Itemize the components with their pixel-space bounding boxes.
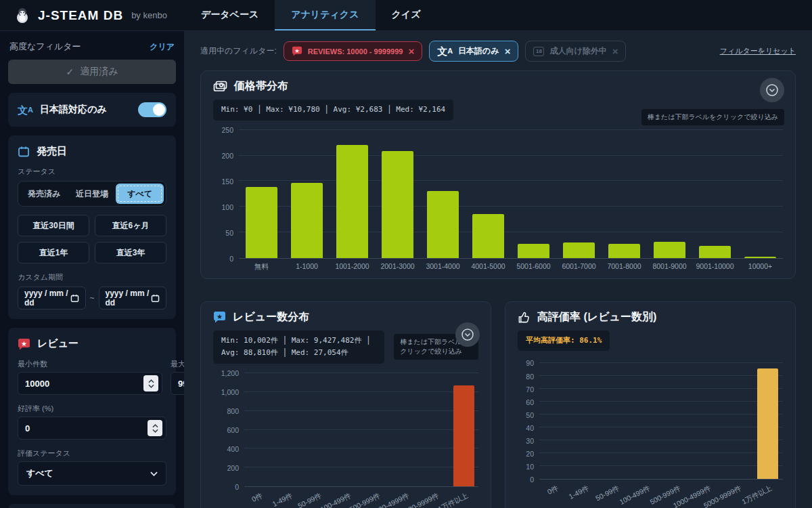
x-axis-label[interactable]: 8001-9000: [652, 262, 686, 270]
filter-chip-japanese[interactable]: 文A 日本語のみ ×: [429, 41, 518, 62]
rating-status-select[interactable]: すべて: [18, 461, 166, 486]
x-axis-label[interactable]: 5001-6000: [516, 262, 550, 270]
bar[interactable]: [472, 214, 504, 258]
tab-database[interactable]: データベース: [185, 0, 275, 30]
bar[interactable]: [699, 246, 731, 258]
x-axis-label[interactable]: 7001-8000: [607, 262, 641, 270]
bar-slot: [244, 373, 273, 486]
x-label-cell: 無料: [239, 262, 284, 272]
bar[interactable]: [427, 191, 459, 258]
collapse-chart-button[interactable]: [760, 78, 784, 102]
mascot-logo-icon: [14, 7, 31, 24]
bar-slot: [375, 130, 420, 258]
max-review-count-input[interactable]: [178, 379, 184, 389]
x-axis-label[interactable]: 3001-4000: [426, 262, 459, 270]
range-3years-button[interactable]: 直近3年: [95, 242, 166, 263]
status-option-all[interactable]: すべて: [116, 184, 164, 204]
remove-filter-icon[interactable]: ×: [408, 46, 414, 56]
y-tick-label: 0: [530, 475, 534, 484]
age-18-icon: 18: [533, 47, 544, 56]
x-axis-label[interactable]: 6001-7000: [562, 262, 595, 270]
status-option-released[interactable]: 発売済み: [20, 184, 68, 204]
bar[interactable]: [518, 244, 549, 257]
rating-by-reviews-card: 高評価率 (レビュー数別) 平均高評価率: 86.1% 010203040506…: [505, 301, 796, 508]
status-option-upcoming[interactable]: 近日登場: [68, 184, 116, 204]
reset-filters-link[interactable]: フィルターをリセット: [720, 46, 796, 56]
bar[interactable]: [563, 242, 595, 258]
apply-filters-button[interactable]: ✓ 適用済み: [8, 60, 176, 84]
x-axis-label[interactable]: 無料: [254, 262, 269, 270]
y-tick-label: 20: [526, 450, 534, 458]
y-axis: 02004006008001,0001,200: [213, 373, 244, 487]
positive-rate-input[interactable]: [25, 423, 148, 433]
nav-tabs: データベース アナリティクス クイズ: [185, 0, 437, 30]
plot-area: [539, 363, 783, 480]
review-bubble-star-icon: ★: [18, 338, 30, 350]
date-to-input[interactable]: yyyy / mm / dd: [99, 287, 167, 310]
remove-filter-icon[interactable]: ×: [612, 46, 618, 56]
bar[interactable]: [246, 187, 277, 258]
review-section-title: レビュー: [37, 337, 78, 350]
range-30days-button[interactable]: 直近30日間: [18, 215, 89, 236]
bar[interactable]: [608, 244, 640, 258]
bar-slot: [511, 130, 556, 258]
filter-chip-reviews[interactable]: ★ REVIEWS: 10000 - 9999999 ×: [284, 41, 422, 61]
x-axis-label[interactable]: 4001-5000: [471, 262, 505, 270]
bar[interactable]: [654, 242, 685, 258]
x-axis-label[interactable]: 1-49件: [568, 484, 591, 502]
plot-area: [239, 130, 783, 259]
price-filter-card[interactable]: 価格帯 ¥ - ¥+: [8, 504, 176, 508]
active-filters-label: 適用中のフィルター:: [200, 45, 277, 57]
review-stats: Min: 10,002件 │ Max: 9,427,482件 │ Avg: 88…: [213, 331, 384, 364]
x-axis-label[interactable]: 2001-3000: [380, 262, 414, 270]
bar[interactable]: [744, 257, 776, 258]
clear-filters-link[interactable]: クリア: [150, 41, 175, 53]
x-label-cell: 1万件以上: [752, 480, 783, 508]
y-tick-label: 80: [526, 373, 534, 381]
stepper-icon[interactable]: [148, 420, 162, 436]
bar-slot: [752, 363, 783, 479]
x-axis-label[interactable]: 9001-10000: [696, 262, 734, 270]
date-from-input[interactable]: yyyy / mm / dd: [18, 287, 86, 310]
analytics-main: 適用中のフィルター: ★ REVIEWS: 10000 - 9999999 × …: [184, 31, 812, 508]
x-axis-label[interactable]: 1001-2000: [335, 262, 369, 270]
filter-chip-adult-excluded[interactable]: 18 成人向け除外中 ×: [525, 41, 626, 62]
svg-text:★: ★: [21, 339, 27, 347]
bar[interactable]: [291, 183, 323, 257]
y-axis: 050100150200250: [213, 130, 239, 259]
x-axis-label[interactable]: 1-49件: [271, 491, 294, 508]
x-axis-label[interactable]: 0件: [546, 484, 560, 497]
calendar-icon[interactable]: [70, 294, 79, 303]
tab-quiz[interactable]: クイズ: [376, 0, 437, 30]
remove-filter-icon[interactable]: ×: [505, 46, 511, 56]
plot-area: [244, 373, 478, 487]
date-range-separator: ~: [90, 293, 95, 303]
x-axis-labels: 無料1-10001001-20002001-30003001-40004001-…: [239, 262, 783, 272]
bar[interactable]: [453, 385, 474, 486]
bar-slot: [284, 130, 330, 258]
svg-text:★: ★: [217, 313, 223, 320]
x-axis-label[interactable]: 1-1000: [296, 262, 318, 270]
bar-slot: [273, 373, 302, 486]
range-6months-button[interactable]: 直近6ヶ月: [95, 215, 166, 236]
bar-slot: [556, 130, 602, 258]
japanese-only-toggle[interactable]: [138, 102, 166, 117]
calendar-icon[interactable]: [151, 294, 160, 303]
bar[interactable]: [757, 368, 779, 479]
bar-slot: [661, 363, 692, 479]
range-1year-button[interactable]: 直近1年: [18, 242, 89, 263]
tab-analytics[interactable]: アナリティクス: [275, 0, 375, 30]
x-axis-label[interactable]: 0件: [250, 491, 265, 505]
bar-slot: [692, 130, 738, 258]
status-label: ステータス: [18, 167, 166, 177]
bar[interactable]: [382, 151, 413, 258]
stepper-icon[interactable]: [143, 375, 158, 391]
bar-slot: [602, 130, 647, 258]
min-review-count-input[interactable]: [25, 379, 143, 389]
x-axis-label[interactable]: 10000+: [748, 262, 772, 270]
collapse-chart-button[interactable]: [455, 322, 480, 347]
sidebar-title: 高度なフィルター: [9, 41, 81, 53]
bar[interactable]: [336, 145, 368, 258]
chevron-down-icon: [150, 471, 158, 476]
japanese-filter-card: 文A 日本語対応のみ: [8, 93, 176, 127]
